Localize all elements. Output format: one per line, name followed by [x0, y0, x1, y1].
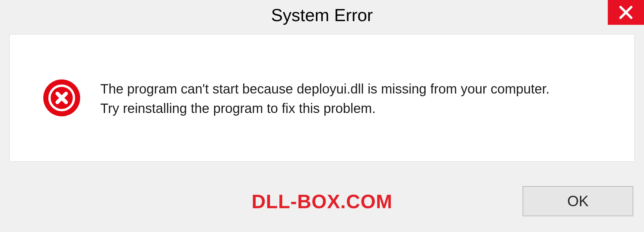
message-panel: The program can't start because deployui…: [9, 34, 635, 162]
dialog-footer: DLL-BOX.COM OK: [9, 181, 635, 221]
message-line-1: The program can't start because deployui…: [100, 79, 614, 99]
close-icon: [619, 5, 633, 20]
titlebar: System Error: [0, 0, 644, 30]
error-icon: [43, 79, 80, 116]
message-text: The program can't start because deployui…: [100, 78, 614, 118]
close-button[interactable]: [608, 0, 644, 25]
dialog-title: System Error: [271, 5, 373, 25]
ok-button[interactable]: OK: [523, 186, 633, 216]
message-line-2: Try reinstalling the program to fix this…: [100, 99, 614, 118]
watermark-text: DLL-BOX.COM: [252, 190, 392, 213]
